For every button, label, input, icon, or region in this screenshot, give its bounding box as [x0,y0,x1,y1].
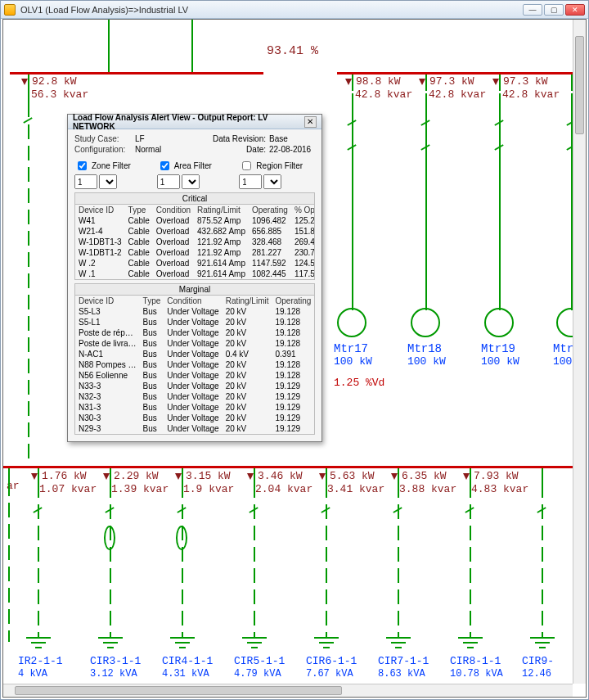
fuse-symbol [176,526,187,550]
marginal-header: Marginal [74,283,315,296]
circuit-name: CIR6-1-1 [306,655,357,667]
table-row[interactable]: W-1DBT1-2CableOverload121.92 Amp281.2272… [75,247,315,258]
study-case-label: Study Case: [74,134,135,143]
table-row[interactable]: N56 EolienneBusUnder Voltage20 kV19.1289… [75,370,315,381]
region-filter-check[interactable]: Region Filter [239,159,315,173]
table-row[interactable]: S5-L1BusUnder Voltage20 kV19.12895.6 [75,317,315,327]
motor-rating: 100 kW [481,355,519,368]
dialog-close-button[interactable]: ✕ [304,116,317,128]
circuit-kvar: 1.9 kvar [183,483,234,495]
motor-kw: 98.8 kW [356,75,401,88]
flow-arrow-icon [419,79,425,85]
circuit-kva: 4.31 kVA [162,668,209,680]
window-title: OLV1 (Load Flow Analysis)=>Industrial LV [20,5,188,15]
app-icon [4,4,16,16]
circuit-kvar: 1.39 kvar [111,483,169,495]
table-row[interactable]: W .1CableOverload921.614 Amp1082.445117.… [75,269,315,279]
table-row[interactable]: N32-3BusUnder Voltage20 kV19.12995.6 [75,391,315,402]
region-filter-select[interactable] [263,174,281,189]
circuit-kvar: 4.83 kvar [471,483,528,495]
table-row[interactable]: N30-3BusUnder Voltage20 kV19.12995.6 [75,413,315,423]
fuse-symbol [104,526,115,550]
table-row[interactable]: N88 Pompes …BusUnder Voltage20 kV19.1289… [75,359,315,370]
upper-left-kw: 92.8 kW [32,75,77,88]
bus-top-right [337,72,573,75]
circuit-kva: 4.79 kVA [234,668,281,680]
circuit-kvar: 1.07 kvar [39,483,97,495]
motor-symbol [411,308,440,337]
ground-symbol [386,637,411,652]
col-header: Rating/Limit [223,296,272,306]
vertical-scrollbar[interactable] [573,20,586,684]
circuit-name: CIR4-1-1 [162,655,213,667]
col-header: Condition [164,296,222,306]
motor-kvar: 42.8 kvar [355,88,412,101]
ground-symbol [458,637,483,652]
table-row[interactable]: Poste de rép…BusUnder Voltage20 kV19.128… [75,327,315,338]
circuit-name: CIR5-1-1 [234,655,285,667]
circuit-kw: 5.63 kW [330,470,375,482]
col-header: Rating/Limit [194,205,249,215]
table-row[interactable]: Poste de livra…BusUnder Voltage20 kV19.1… [75,338,315,349]
table-row[interactable]: N29-3BusUnder Voltage20 kV19.12995.6 [75,423,315,434]
table-row[interactable]: N28-3BusUnder Voltage20 kV19.12995.6 [75,434,315,435]
col-header: % Operating [314,296,315,306]
horizontal-scrollbar[interactable] [3,684,573,697]
max-button[interactable]: ▢ [544,4,564,16]
min-button[interactable]: — [523,4,542,16]
circuit-name: IR2-1-1 [18,655,63,667]
zone-filter-check[interactable]: Zone Filter [74,159,151,173]
dialog-title: Load Flow Analysis Alert View - Output R… [73,113,304,131]
col-header: Type [140,296,164,306]
flow-arrow-icon [21,79,28,85]
marginal-grid[interactable]: Device IDTypeConditionRating/LimitOperat… [74,296,315,435]
flow-arrow-icon [492,79,499,85]
upper-left-kvar: 56.3 kvar [31,88,88,101]
col-header: Device ID [75,296,140,306]
area-filter-check[interactable]: Area Filter [157,159,233,173]
table-row[interactable]: N-AC1BusUnder Voltage0.4 kV0.39197.7 [75,349,315,359]
table-row[interactable]: W .2CableOverload921.614 Amp1147.592124.… [75,258,315,269]
motor-rating: 100 kW [407,355,446,368]
critical-grid[interactable]: Device IDTypeConditionRating/LimitOperat… [74,205,315,280]
motor-rating: 100 [553,355,572,368]
region-filter-num[interactable] [239,174,262,189]
table-row[interactable]: W-1DBT1-3CableOverload121.92 Amp328.4682… [75,237,315,247]
flow-arrow-icon [345,79,352,85]
top-percent: 93.41 % [267,44,318,58]
flow-arrow-icon [391,473,398,480]
circuit-kw: 6.35 kW [402,470,447,482]
motor-name: Mtr17 [334,342,368,355]
area-filter-select[interactable] [182,174,200,189]
circuit-name: CIR9- [522,655,554,667]
table-row[interactable]: N33-3BusUnder Voltage20 kV19.12995.6 [75,381,315,391]
date-label: Date: [210,145,269,154]
table-row[interactable]: S5-L3BusUnder Voltage20 kV19.12895.6 [75,306,315,317]
motor-kvar: 42.8 kvar [429,88,486,101]
main-titlebar: OLV1 (Load Flow Analysis)=>Industrial LV… [1,1,588,19]
flow-arrow-icon [175,473,182,480]
bus-lower [3,466,573,468]
circuit-kva: 7.67 kVA [306,668,353,680]
table-row[interactable]: W21-4CableOverload432.682 Amp656.885151.… [75,226,315,237]
date-value: 22-08-2016 [269,145,315,154]
circuit-kva: 10.78 kVA [450,668,503,680]
col-header: Operating [272,296,314,306]
close-button[interactable]: ✕ [565,4,585,16]
circuit-name: CIR8-1-1 [450,655,501,667]
col-header: Condition [153,205,194,215]
motor-symbol [484,308,514,337]
flow-arrow-icon [463,473,470,480]
zone-filter-select[interactable] [99,174,117,189]
area-filter-num[interactable] [157,174,180,189]
circuit-kw: 3.46 kW [258,470,303,482]
circuit-kva: 12.46 [522,668,551,680]
zone-filter-num[interactable] [74,174,97,189]
col-header: % Operating [291,205,315,215]
flow-arrow-icon [247,473,254,480]
motor-kw: 97.3 kW [429,75,474,88]
motor-name: Mtr [553,342,573,355]
datarev-value: Base [269,134,315,143]
table-row[interactable]: N31-3BusUnder Voltage20 kV19.12995.6 [75,402,315,413]
table-row[interactable]: W41CableOverload875.52 Amp1096.482125.2 [75,215,315,226]
